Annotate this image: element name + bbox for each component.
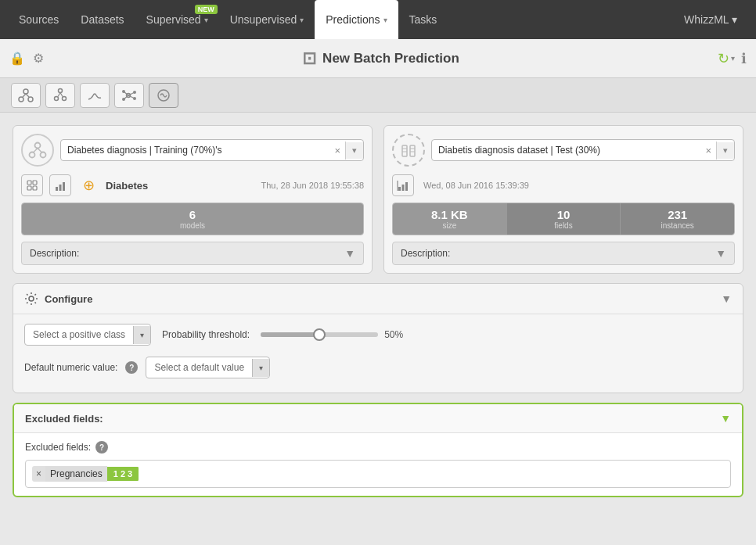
configure-section: Configure ▼ Select a positive class ▾ Pr…	[13, 283, 743, 393]
svg-line-24	[38, 149, 41, 152]
svg-rect-29	[56, 187, 58, 191]
model-dropdown[interactable]: Diabetes diagnosis | Training (70%)'s × …	[60, 139, 364, 161]
threshold-slider-thumb[interactable]	[313, 328, 326, 341]
threshold-value: 50%	[384, 329, 403, 340]
left-description-row: Description: ▼	[21, 242, 364, 265]
stat-instances-value: 231	[624, 208, 731, 221]
header-title: ⊡ New Batch Prediction	[52, 48, 710, 69]
config-row-2: Default numeric value: ? Select a defaul…	[24, 357, 732, 378]
default-value-arrow[interactable]: ▾	[252, 359, 269, 377]
default-numeric-help-icon[interactable]: ?	[125, 361, 138, 374]
stat-instances-label: instances	[624, 221, 731, 230]
stat-models-label: models	[25, 221, 360, 230]
positive-class-arrow[interactable]: ▾	[133, 326, 150, 344]
dataset-info-row: Wed, 08 Jun 2016 15:39:39	[392, 174, 735, 196]
left-description-expand[interactable]: ▼	[344, 247, 355, 260]
svg-rect-40	[405, 182, 408, 191]
header-bar: 🔒 ⚙ ⊡ New Batch Prediction ↻▾ ℹ	[0, 39, 756, 78]
left-panel-top-row: Diabetes diagnosis | Training (70%)'s × …	[21, 134, 364, 167]
svg-rect-25	[27, 181, 31, 185]
nav-supervised[interactable]: Supervised NEW ▾	[135, 0, 219, 39]
right-description-label: Description:	[401, 248, 450, 259]
right-panel-top-row: Diabetis diagnosis dataset | Test (30%) …	[392, 134, 735, 167]
right-description-expand[interactable]: ▼	[715, 247, 726, 260]
model-dropdown-arrow[interactable]: ▾	[346, 142, 363, 159]
configure-collapse-btn[interactable]: ▼	[721, 292, 732, 305]
field-tag-remove[interactable]: ×	[32, 466, 45, 482]
stat-models-value: 6	[25, 208, 360, 221]
svg-rect-28	[33, 186, 37, 190]
svg-rect-30	[59, 185, 62, 191]
dataset-icon-circle	[392, 134, 425, 167]
nav-datasets[interactable]: Datasets	[70, 0, 135, 39]
excluded-collapse-btn[interactable]: ▼	[720, 412, 731, 425]
field-tag-badge: 1 2 3	[107, 467, 139, 481]
anomaly-icon	[156, 88, 171, 103]
toolbar-btn-ensemble[interactable]	[11, 83, 41, 108]
lock-icon[interactable]: 🔒	[9, 51, 25, 66]
positive-class-select[interactable]: Select a positive class ▾	[24, 324, 151, 346]
model-dropdown-clear[interactable]: ×	[329, 142, 346, 160]
toolbar-btn-logistic[interactable]	[80, 83, 110, 108]
dataset-dropdown-clear[interactable]: ×	[700, 142, 717, 160]
svg-point-17	[133, 91, 136, 94]
toolbar-btn-network[interactable]	[114, 83, 144, 108]
model-icon-circle	[21, 134, 54, 167]
ensemble-icon	[18, 88, 34, 103]
network-icon	[121, 88, 137, 103]
left-stats-row: 6 models	[21, 203, 364, 235]
stat-size-value: 8.1 KB	[396, 208, 503, 221]
right-panel: Diabetis diagnosis dataset | Test (30%) …	[383, 125, 743, 274]
svg-line-4	[26, 94, 29, 97]
svg-point-18	[133, 97, 136, 100]
main-content: Diabetes diagnosis | Training (70%)'s × …	[0, 113, 756, 510]
svg-point-21	[30, 152, 35, 158]
svg-point-5	[59, 88, 63, 92]
model-bar-icon	[49, 174, 71, 196]
model-circle-icon: ⊕	[77, 174, 99, 196]
svg-rect-27	[27, 186, 31, 190]
threshold-slider-track	[261, 332, 378, 337]
gear-icon[interactable]: ⚙	[33, 51, 44, 66]
predictions-arrow: ▾	[383, 16, 387, 24]
dataset-dropdown-arrow[interactable]: ▾	[717, 142, 734, 159]
excluded-body: Excluded fields: ? × Pregnancies 1 2 3	[14, 432, 742, 496]
dataset-date-text: Wed, 08 Jun 2016 15:39:39	[423, 181, 529, 190]
default-value-select[interactable]: Select a default value ▾	[146, 357, 270, 378]
nav-datasets-label: Datasets	[81, 13, 124, 26]
threshold-slider-wrap: 50%	[261, 329, 403, 340]
stat-instances: 231 instances	[621, 203, 734, 235]
nav-bar: Sources Datasets Supervised NEW ▾ Unsupe…	[0, 0, 756, 39]
toolbar-btn-anomaly[interactable]	[149, 83, 178, 108]
nav-predictions[interactable]: Predictions ▾	[315, 0, 398, 39]
svg-point-0	[23, 89, 28, 94]
dataset-dropdown[interactable]: Diabetis diagnosis dataset | Test (30%) …	[431, 139, 735, 161]
excluded-fields-label-row: Excluded fields: ?	[25, 441, 731, 454]
slider-fill	[261, 332, 319, 337]
toolbar-btn-tree[interactable]	[45, 83, 75, 108]
svg-rect-39	[402, 185, 405, 191]
stat-fields: 10 fields	[507, 203, 621, 235]
top-panels: Diabetes diagnosis | Training (70%)'s × …	[13, 125, 743, 274]
configure-header[interactable]: Configure ▼	[13, 284, 743, 314]
nav-whizzml[interactable]: WhizzML ▾	[673, 0, 748, 39]
excluded-help-icon[interactable]: ?	[95, 441, 108, 454]
refresh-icon[interactable]: ↻▾	[718, 50, 735, 67]
svg-rect-26	[33, 181, 37, 185]
info-icon[interactable]: ℹ	[741, 50, 747, 67]
model-small-icon	[21, 174, 43, 196]
nav-unsupervised[interactable]: Unsupervised ▾	[219, 0, 315, 39]
default-value-text: Select a default value	[146, 357, 252, 378]
field-tags-wrap[interactable]: × Pregnancies 1 2 3	[25, 460, 731, 488]
model-info-row: ⊕ Diabetes Thu, 28 Jun 2018 19:55:38	[21, 174, 364, 196]
field-tag-name: Pregnancies	[45, 466, 107, 482]
configure-title: Configure	[45, 293, 92, 305]
left-description-label: Description:	[30, 248, 79, 259]
configure-body: Select a positive class ▾ Probability th…	[13, 314, 743, 393]
excluded-header[interactable]: Excluded fields: ▼	[14, 404, 742, 432]
nav-tasks[interactable]: Tasks	[398, 0, 448, 39]
nav-sources[interactable]: Sources	[8, 0, 70, 39]
stat-models: 6 models	[22, 203, 363, 235]
excluded-section-title: Excluded fields:	[25, 413, 103, 425]
excluded-section: Excluded fields: ▼ Excluded fields: ? × …	[13, 403, 743, 497]
